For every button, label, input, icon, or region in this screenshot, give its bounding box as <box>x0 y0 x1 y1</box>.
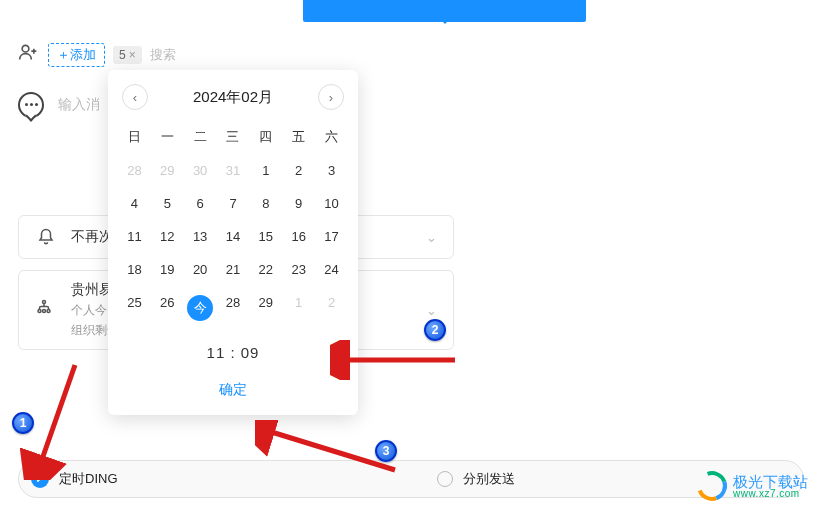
svg-point-0 <box>22 45 29 52</box>
picker-title[interactable]: 2024年02月 <box>193 88 273 107</box>
weekday-label: 五 <box>282 120 315 154</box>
bell-icon <box>35 226 57 248</box>
weekday-label: 一 <box>151 120 184 154</box>
date-cell[interactable]: 31 <box>217 154 250 187</box>
date-cell[interactable]: 18 <box>118 253 151 286</box>
scheduled-ding-option[interactable]: ✓ 定时DING <box>19 470 397 488</box>
weekday-label: 日 <box>118 120 151 154</box>
time-display[interactable]: 11 : 09 <box>118 330 348 371</box>
date-cell[interactable]: 10 <box>315 187 348 220</box>
add-button[interactable]: ＋添加 <box>48 43 105 67</box>
date-cell[interactable]: 13 <box>184 220 217 253</box>
date-cell[interactable]: 26 <box>151 286 184 330</box>
date-cell[interactable]: 3 <box>315 154 348 187</box>
count-badge[interactable]: 5 × <box>113 46 142 64</box>
date-cell[interactable]: 1 <box>249 154 282 187</box>
date-cell[interactable]: 30 <box>184 154 217 187</box>
weekday-label: 四 <box>249 120 282 154</box>
date-cell[interactable]: 16 <box>282 220 315 253</box>
next-month-button[interactable]: › <box>318 84 344 110</box>
date-cell[interactable]: 29 <box>151 154 184 187</box>
date-grid: 2829303112345678910111213141516171819202… <box>118 154 348 330</box>
logo-icon <box>697 471 727 501</box>
bottom-options: ✓ 定时DING 分别发送 <box>18 460 804 498</box>
date-cell[interactable]: 8 <box>249 187 282 220</box>
date-cell[interactable]: 9 <box>282 187 315 220</box>
header-blue-bar <box>303 0 586 22</box>
date-cell[interactable]: 12 <box>151 220 184 253</box>
split-label: 分别发送 <box>463 470 515 488</box>
date-cell[interactable]: 23 <box>282 253 315 286</box>
date-cell[interactable]: 1 <box>282 286 315 330</box>
date-cell[interactable]: 15 <box>249 220 282 253</box>
annotation-badge-3: 3 <box>375 440 397 462</box>
date-cell[interactable]: 24 <box>315 253 348 286</box>
date-cell[interactable]: 28 <box>217 286 250 330</box>
date-cell[interactable]: 7 <box>217 187 250 220</box>
check-on-icon: ✓ <box>31 470 49 488</box>
weekday-row: 日一二三四五六 <box>118 120 348 154</box>
date-cell[interactable]: 22 <box>249 253 282 286</box>
search-placeholder[interactable]: 搜索 <box>150 46 176 64</box>
chat-icon <box>18 92 44 118</box>
date-cell-today[interactable]: 今 <box>184 286 217 330</box>
chevron-down-icon: ⌄ <box>426 303 437 318</box>
chevron-down-icon: ⌄ <box>426 230 437 245</box>
date-cell[interactable]: 2 <box>315 286 348 330</box>
date-cell[interactable]: 21 <box>217 253 250 286</box>
date-cell[interactable]: 19 <box>151 253 184 286</box>
date-cell[interactable]: 4 <box>118 187 151 220</box>
date-cell[interactable]: 20 <box>184 253 217 286</box>
count-number: 5 <box>119 48 126 62</box>
date-cell[interactable]: 17 <box>315 220 348 253</box>
add-person-icon <box>18 42 40 67</box>
date-picker: ‹ 2024年02月 › 日一二三四五六 2829303112345678910… <box>108 70 358 415</box>
message-input[interactable]: 输入消 <box>58 96 100 114</box>
svg-point-2 <box>38 310 41 313</box>
confirm-button[interactable]: 确定 <box>118 371 348 403</box>
mute-title: 不再次 <box>71 228 113 246</box>
annotation-badge-1: 1 <box>12 412 34 434</box>
weekday-label: 六 <box>315 120 348 154</box>
count-clear-icon[interactable]: × <box>129 48 136 62</box>
site-logo: 极光下载站 www.xz7.com <box>697 471 808 501</box>
weekday-label: 二 <box>184 120 217 154</box>
org-icon <box>35 299 57 321</box>
date-cell[interactable]: 28 <box>118 154 151 187</box>
logo-cn: 极光下载站 <box>733 474 808 489</box>
date-cell[interactable]: 14 <box>217 220 250 253</box>
annotation-badge-2: 2 <box>424 319 446 341</box>
date-cell[interactable]: 2 <box>282 154 315 187</box>
date-cell[interactable]: 5 <box>151 187 184 220</box>
scheduled-label: 定时DING <box>59 470 118 488</box>
prev-month-button[interactable]: ‹ <box>122 84 148 110</box>
date-cell[interactable]: 6 <box>184 187 217 220</box>
svg-point-1 <box>43 301 46 304</box>
svg-point-3 <box>43 310 46 313</box>
svg-point-4 <box>47 310 50 313</box>
date-cell[interactable]: 11 <box>118 220 151 253</box>
logo-en: www.xz7.com <box>733 489 808 499</box>
radio-off-icon <box>437 471 453 487</box>
date-cell[interactable]: 25 <box>118 286 151 330</box>
date-cell[interactable]: 29 <box>249 286 282 330</box>
weekday-label: 三 <box>217 120 250 154</box>
